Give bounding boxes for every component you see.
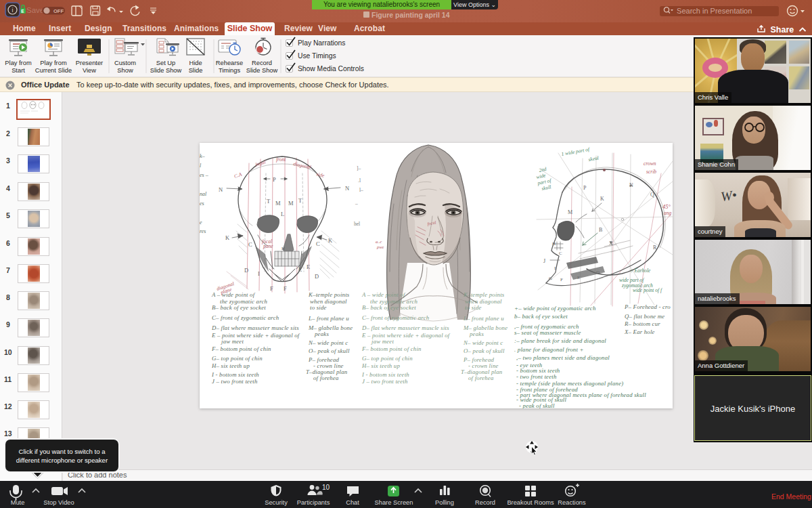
svg-text:peaks: peaks xyxy=(314,331,329,337)
svg-text:D: D xyxy=(244,267,248,274)
svg-text:I: I xyxy=(258,270,260,277)
svg-text:of forehea: of forehea xyxy=(468,375,494,381)
svg-text:focalpane: focalpane xyxy=(262,238,273,249)
svg-text:P: P xyxy=(583,185,587,191)
svg-text::– plane break for side and di: :– plane break for side and diagonal xyxy=(514,337,606,344)
svg-text:,– two planes meet side and di: ,– two planes meet side and diagonal xyxy=(516,354,610,361)
svg-text:side: side xyxy=(316,171,326,179)
svg-text:E: E xyxy=(21,9,24,14)
svg-text:Q: Q xyxy=(650,192,654,198)
svg-text:L– front plane u: L– front plane u xyxy=(463,315,504,322)
svg-text:G: G xyxy=(549,276,552,281)
svg-text:M: M xyxy=(568,209,572,215)
svg-text:- peak of skull: - peak of skull xyxy=(519,402,555,408)
svg-text:C: C xyxy=(316,240,320,247)
svg-text:s– seat of masseter muscle: s– seat of masseter muscle xyxy=(514,329,581,336)
svg-text:peaks: peaks xyxy=(469,331,484,337)
svg-text:i: i xyxy=(12,7,14,14)
svg-text:T: T xyxy=(267,198,271,205)
svg-text:skeul: skeul xyxy=(588,154,600,163)
svg-text:M: M xyxy=(275,200,281,207)
svg-text:X– Ear hole: X– Ear hole xyxy=(624,329,655,335)
svg-text:B– back of eye socket: B– back of eye socket xyxy=(362,304,416,311)
svg-text:End Meeting: End Meeting xyxy=(771,492,811,501)
svg-text:to side: to side xyxy=(310,304,327,311)
svg-text:nal: nal xyxy=(200,191,207,197)
svg-text:T: T xyxy=(298,197,302,204)
svg-text:D– flat where masseter muscle: D– flat where masseter muscle sits xyxy=(361,324,449,331)
svg-text:- two front teeth: - two front teeth xyxy=(516,373,557,380)
svg-text:○ Earhole: ○ Earhole xyxy=(630,268,651,274)
svg-text:C– front of zygomatic arch: C– front of zygomatic arch xyxy=(362,314,430,321)
svg-text:P: P xyxy=(273,176,276,183)
svg-text:N: N xyxy=(219,186,223,193)
svg-text:G– top point of chin: G– top point of chin xyxy=(362,355,413,362)
svg-text:1 wide part of: 1 wide part of xyxy=(561,146,591,157)
svg-text:R: R xyxy=(653,245,657,251)
svg-text:crown: crown xyxy=(644,161,656,167)
svg-text:A – wide point of: A – wide point of xyxy=(361,291,406,298)
svg-text:skull: skull xyxy=(541,184,552,192)
svg-text:H– six teeth up: H– six teeth up xyxy=(361,362,400,369)
svg-text:P– Forehead - cro: P– Forehead - cro xyxy=(624,303,671,310)
svg-text:M: M xyxy=(288,200,294,207)
svg-text:D– flat where masseter muscle: D– flat where masseter muscle sits xyxy=(211,324,299,331)
svg-text:O– peak of skull: O– peak of skull xyxy=(464,347,505,354)
svg-text:K: K xyxy=(328,237,333,244)
svg-text:N– wide point c: N– wide point c xyxy=(463,339,503,346)
svg-text:J: J xyxy=(543,258,545,264)
svg-text:F: F xyxy=(284,285,287,292)
svg-text:G– top point of chin: G– top point of chin xyxy=(212,355,263,362)
svg-text:.l: .l xyxy=(358,177,361,184)
svg-text:k–: k– xyxy=(200,153,206,159)
svg-text:D: D xyxy=(315,273,319,280)
svg-text:jaw meet: jaw meet xyxy=(371,338,394,345)
svg-text:D: D xyxy=(596,270,600,275)
svg-text:L– front plane u: L– front plane u xyxy=(308,315,349,322)
svg-text:B– back of eye socket: B– back of eye socket xyxy=(212,304,266,311)
svg-text:–: – xyxy=(355,200,358,207)
svg-text:I - bottom six teeth: I - bottom six teeth xyxy=(361,371,409,378)
svg-text:hel: hel xyxy=(354,221,360,227)
svg-text:K–temple points: K–temple points xyxy=(308,291,350,298)
svg-text:e: e xyxy=(200,219,202,226)
svg-text:Q– flat bone me: Q– flat bone me xyxy=(625,313,664,320)
svg-text:K: K xyxy=(225,234,230,241)
svg-text:l–: l– xyxy=(359,187,363,193)
svg-text:es: es xyxy=(200,200,204,207)
svg-text:F: F xyxy=(270,285,273,292)
svg-text:res: res xyxy=(200,228,206,234)
svg-text:jugal: jugal xyxy=(254,158,266,167)
svg-text:. plane for diagonal front +: . plane for diagonal front + xyxy=(514,346,584,353)
svg-text:I - bottom six teeth: I - bottom six teeth xyxy=(211,371,259,378)
svg-text:C– front of zygomatic arch: C– front of zygomatic arch xyxy=(212,314,279,321)
svg-text:OFF: OFF xyxy=(53,8,64,14)
svg-text:jaw meet: jaw meet xyxy=(221,338,244,345)
svg-text:a..c: a..c xyxy=(376,239,382,244)
svg-text:pwe: pwe xyxy=(376,245,384,249)
svg-text:C.A: C.A xyxy=(233,171,243,179)
svg-text:scrib: scrib xyxy=(646,169,656,175)
svg-text:diagonal: diagonal xyxy=(293,161,312,170)
svg-text:l: l xyxy=(200,163,202,169)
svg-text:b– back of eye socket: b– back of eye socket xyxy=(514,313,568,320)
svg-text:H: H xyxy=(552,241,556,247)
svg-text:F– bottom point of chin: F– bottom point of chin xyxy=(211,345,271,352)
svg-text:E: E xyxy=(307,263,310,270)
svg-text:E: E xyxy=(577,275,580,280)
svg-text:J – two front teeth: J – two front teeth xyxy=(362,378,408,385)
svg-text:J – two front teeth: J – two front teeth xyxy=(212,378,258,385)
svg-text:F– bottom point of chin: F– bottom point of chin xyxy=(361,345,422,352)
svg-text:N– wide point c: N– wide point c xyxy=(308,339,348,346)
svg-text:E: E xyxy=(298,266,302,273)
svg-text:10: 10 xyxy=(322,484,330,491)
svg-text:B: B xyxy=(599,227,602,233)
svg-text:to side: to side xyxy=(465,304,482,311)
svg-text:wide point of f: wide point of f xyxy=(633,287,662,293)
svg-text:L: L xyxy=(281,211,284,217)
svg-text:C: C xyxy=(248,241,252,248)
svg-text:N: N xyxy=(345,185,349,192)
svg-text:ang: ang xyxy=(664,210,672,216)
svg-text:front: front xyxy=(276,156,286,163)
svg-text:K: K xyxy=(600,196,604,202)
